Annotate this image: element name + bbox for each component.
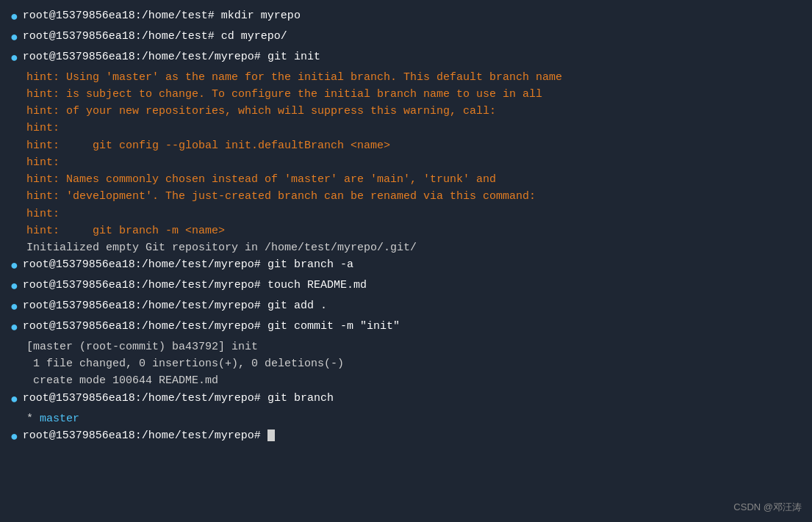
terminal-line: hint: (10, 154, 802, 171)
branch-star: * (26, 410, 40, 427)
bullet-icon: ● (10, 48, 18, 69)
terminal-line: ●root@15379856ea18:/home/test/myrepo# gi… (10, 256, 802, 277)
hint-text: hint: (26, 154, 60, 171)
terminal-line: ●root@15379856ea18:/home/test# cd myrepo… (10, 28, 802, 48)
hint-text: hint: (26, 206, 60, 222)
terminal-line: hint: Using 'master' as the name for the… (10, 69, 802, 86)
terminal-line: ●root@15379856ea18:/home/test/myrepo# gi… (10, 48, 802, 69)
bullet-icon: ● (10, 297, 18, 318)
terminal-line: ●root@15379856ea18:/home/test/myrepo# gi… (10, 297, 802, 318)
terminal-line: ●root@15379856ea18:/home/test/myrepo# gi… (10, 390, 802, 410)
hint-text: hint: git config --global init.defaultBr… (26, 137, 390, 154)
bullet-icon: ● (10, 318, 18, 338)
terminal-line: hint: is subject to change. To configure… (10, 86, 802, 103)
terminal-line: hint: Names commonly chosen instead of '… (10, 171, 802, 188)
terminal-line: hint: (10, 120, 802, 137)
command-line-text: root@15379856ea18:/home/test/myrepo# git… (23, 256, 353, 273)
bullet-icon: ● (10, 256, 18, 277)
terminal-line: hint: git config --global init.defaultBr… (10, 137, 802, 154)
normal-text: 1 file changed, 0 insertions(+), 0 delet… (26, 355, 344, 372)
terminal-line: create mode 100644 README.md (10, 372, 802, 389)
bullet-icon: ● (10, 390, 18, 410)
hint-text: hint: Using 'master' as the name for the… (26, 69, 562, 86)
command-line-text: root@15379856ea18:/home/test# mkdir myre… (23, 7, 301, 24)
terminal-line: hint: of your new repositories, which wi… (10, 103, 802, 120)
normal-text: Initialized empty Git repository in /hom… (26, 239, 417, 256)
terminal-line: * master (10, 410, 802, 427)
normal-text: create mode 100644 README.md (26, 372, 218, 389)
terminal-line: ●root@15379856ea18:/home/test/myrepo# (10, 427, 802, 448)
terminal-line: 1 file changed, 0 insertions(+), 0 delet… (10, 355, 802, 372)
terminal-line: ●root@15379856ea18:/home/test/myrepo# gi… (10, 318, 802, 338)
terminal-line: [master (root-commit) ba43792] init (10, 338, 802, 355)
hint-text: hint: 'development'. The just-created br… (26, 188, 536, 205)
terminal-window: ●root@15379856ea18:/home/test# mkdir myr… (0, 0, 812, 522)
terminal-line: hint: 'development'. The just-created br… (10, 188, 802, 205)
normal-text: [master (root-commit) ba43792] init (26, 338, 258, 355)
watermark: CSDN @邓汪涛 (733, 500, 802, 515)
bullet-icon: ● (10, 28, 18, 48)
command-line-text: root@15379856ea18:/home/test/myrepo# git… (23, 48, 320, 65)
terminal-cursor (267, 429, 275, 441)
hint-text: hint: (26, 120, 60, 137)
terminal-line: ●root@15379856ea18:/home/test/myrepo# to… (10, 277, 802, 297)
terminal-line: hint: (10, 206, 802, 222)
command-line-text: root@15379856ea18:/home/test/myrepo# git… (23, 390, 334, 407)
command-cursor-line: root@15379856ea18:/home/test/myrepo# (23, 427, 275, 444)
hint-text: hint: is subject to change. To configure… (26, 86, 542, 103)
terminal-line: Initialized empty Git repository in /hom… (10, 239, 802, 256)
command-line-text: root@15379856ea18:/home/test/myrepo# tou… (23, 277, 367, 294)
command-line-text: root@15379856ea18:/home/test# cd myrepo/ (23, 28, 287, 45)
master-branch-label: master (40, 410, 79, 427)
terminal-line: hint: git branch -m <name> (10, 222, 802, 239)
hint-text: hint: of your new repositories, which wi… (26, 103, 496, 120)
hint-text: hint: Names commonly chosen instead of '… (26, 171, 496, 188)
hint-text: hint: git branch -m <name> (26, 222, 225, 239)
terminal-line: ●root@15379856ea18:/home/test# mkdir myr… (10, 7, 802, 28)
command-line-text: root@15379856ea18:/home/test/myrepo# git… (23, 318, 400, 335)
bullet-icon: ● (10, 7, 18, 28)
bullet-icon: ● (10, 277, 18, 297)
command-line-text: root@15379856ea18:/home/test/myrepo# git… (23, 297, 327, 314)
bullet-icon: ● (10, 427, 18, 448)
